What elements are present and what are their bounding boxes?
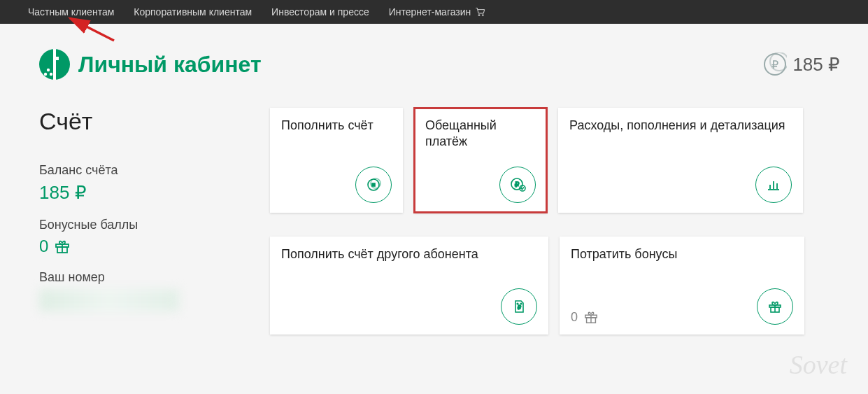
nav-corporate-clients[interactable]: Корпоративным клиентам — [134, 6, 252, 17]
nav-private-clients[interactable]: Частным клиентам — [28, 6, 114, 17]
bonus-value: 0 — [39, 237, 48, 256]
sidebar: Счёт Баланс счёта 185 ₽ Бонусные баллы 0… — [39, 108, 200, 311]
card-spend-bonuses[interactable]: Потратить бонусы 0 — [560, 237, 804, 335]
nav-item-label: Инвесторам и прессе — [271, 6, 369, 17]
top-nav: Частным клиентам Корпоративным клиентам … — [0, 0, 868, 24]
svg-point-6 — [47, 69, 50, 71]
card-promised-payment[interactable]: Обещанный платёж ₽ — [414, 108, 547, 213]
balance-amount: 185 ₽ — [792, 54, 840, 76]
svg-point-27 — [520, 303, 522, 304]
svg-text:₽: ₽ — [771, 59, 778, 71]
svg-point-0 — [478, 15, 480, 16]
card-expenses-details[interactable]: Расходы, пополнения и детализация — [558, 108, 803, 213]
svg-text:₽: ₽ — [515, 181, 520, 188]
balance-value: 185 ₽ — [39, 182, 200, 204]
svg-point-7 — [50, 73, 52, 76]
nav-item-label: Интернет-магазин — [389, 6, 471, 17]
card-title: Расходы, пополнения и детализация — [569, 118, 792, 134]
svg-rect-4 — [53, 49, 56, 80]
phone-number-redacted — [39, 289, 179, 311]
sim-ruble-icon: ₽ — [501, 288, 537, 325]
section-title: Счёт — [39, 108, 200, 135]
card-title: Пополнить счёт — [281, 118, 392, 134]
logo-title: Личный кабинет — [39, 49, 262, 80]
svg-point-8 — [44, 73, 47, 76]
cart-icon — [475, 7, 486, 17]
coin-icon — [355, 167, 392, 203]
page-title: Личный кабинет — [78, 52, 262, 78]
svg-rect-5 — [56, 57, 59, 60]
bar-chart-icon — [755, 167, 792, 203]
card-topup-other[interactable]: Пополнить счёт другого абонента ₽ — [270, 237, 548, 335]
card-topup-account[interactable]: Пополнить счёт — [270, 108, 403, 213]
card-bonus-count: 0 — [571, 309, 599, 325]
nav-investors-press[interactable]: Инвесторам и прессе — [271, 6, 369, 17]
ruble-check-icon: ₽ — [499, 167, 536, 203]
gift-circle-icon — [757, 288, 793, 325]
bonus-label: Бонусные баллы — [39, 218, 200, 232]
balance-label: Баланс счёта — [39, 163, 200, 178]
gift-icon — [583, 309, 599, 325]
bonus-count-value: 0 — [571, 310, 578, 325]
cards-area: Пополнить счёт Обещанный платёж — [270, 108, 840, 358]
header-row: Личный кабинет ₽ 185 ₽ — [39, 49, 840, 80]
svg-text:₽: ₽ — [518, 304, 521, 311]
bonus-value-row: 0 — [39, 237, 200, 256]
svg-rect-17 — [372, 183, 375, 186]
balance-badge[interactable]: ₽ 185 ₽ — [763, 52, 840, 76]
nav-item-label: Частным клиентам — [28, 6, 114, 17]
ruble-icon: ₽ — [763, 52, 787, 76]
brand-logo-icon — [39, 49, 70, 80]
nav-item-label: Корпоративным клиентам — [134, 6, 252, 17]
card-title: Обещанный платёж — [425, 118, 536, 150]
svg-point-1 — [483, 15, 484, 16]
phone-label: Ваш номер — [39, 270, 200, 285]
card-title: Потратить бонусы — [571, 246, 793, 262]
svg-point-26 — [517, 303, 518, 304]
card-title: Пополнить счёт другого абонента — [281, 246, 537, 262]
gift-icon — [54, 238, 71, 255]
nav-online-store[interactable]: Интернет-магазин — [389, 6, 487, 17]
